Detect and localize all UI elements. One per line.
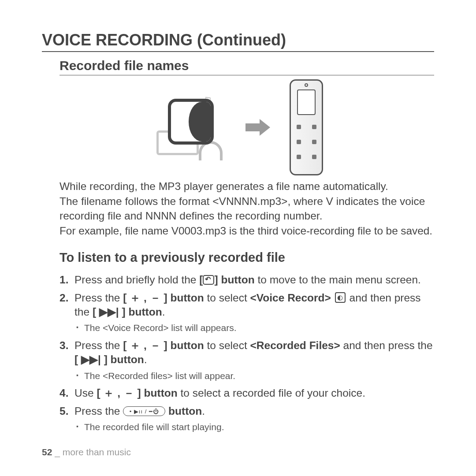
page-footer: 52 _ more than music: [42, 447, 131, 457]
step-2-note: The <Voice Record> list will appears.: [76, 322, 434, 334]
back-button-icon: [203, 275, 214, 285]
step-5-note: The recorded file will start playing.: [76, 421, 434, 433]
instruction-list: Press and briefly hold the [] button to …: [60, 273, 434, 433]
step-2: Press the [ ＋ , － ] button to select <Vo…: [60, 291, 434, 334]
play-pause-power-button-icon: [123, 406, 165, 416]
page-title: VOICE RECORDING (Continued): [42, 31, 434, 52]
mp3-player-illustration: [290, 79, 323, 175]
step-4: Use [ ＋ , － ] button to select a recorde…: [60, 386, 434, 400]
section-listen-previous: To listen to a previously recorded file: [60, 250, 434, 265]
step-3: Press the [ ＋ , － ] button to select <Re…: [60, 338, 434, 382]
page-number: 52: [42, 447, 52, 457]
voice-record-icon: [335, 292, 346, 303]
intro-paragraph-1: While recording, the MP3 player generate…: [60, 179, 434, 193]
illustration-row: ♫: [42, 83, 434, 171]
step-3-note: The <Recorded files> list will appear.: [76, 370, 434, 382]
intro-paragraph-3: For example, file name V0003.mp3 is the …: [60, 224, 434, 238]
section-recorded-file-names: Recorded file names: [60, 58, 434, 75]
step-5: Press the button. The recorded file will…: [60, 404, 434, 433]
arrow-right-icon: [245, 119, 272, 136]
step-1: Press and briefly hold the [] button to …: [60, 273, 434, 287]
footer-section: more than music: [63, 447, 131, 457]
intro-paragraph-2: The filename follows the format <VNNNN.m…: [60, 194, 434, 223]
voice-record-illustration: ♫: [153, 90, 228, 165]
